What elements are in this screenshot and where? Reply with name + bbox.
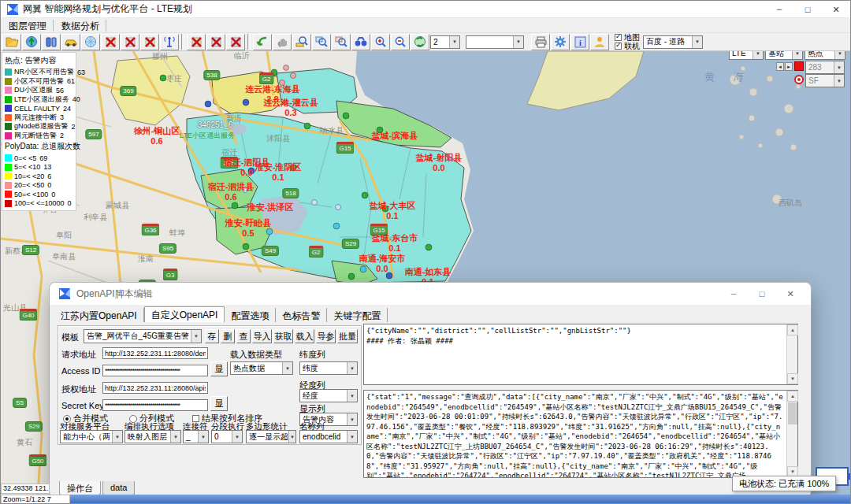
map-alarm-label[interactable]: 淮安-淮阴区0.1 (255, 162, 302, 183)
settings-gear-icon[interactable] (551, 34, 570, 50)
clear-layer-2-icon[interactable] (121, 34, 139, 50)
find-binoculars-icon[interactable] (351, 34, 370, 50)
secret-key-input[interactable] (102, 399, 208, 411)
dialog-close-icon[interactable] (776, 283, 805, 305)
delete-button[interactable]: 删 (221, 329, 235, 343)
export-params-button[interactable]: 导参 (316, 329, 336, 343)
refresh-map-icon[interactable] (411, 34, 429, 50)
show-access-button[interactable]: 显 (210, 361, 228, 376)
record-icon[interactable] (794, 75, 804, 84)
clear-layer-1-icon[interactable] (101, 34, 120, 50)
zoom-in-icon[interactable] (371, 34, 390, 50)
fetch-button[interactable]: 获取 (273, 329, 293, 343)
clear-layer-4-icon[interactable] (187, 34, 206, 50)
orchestrate-combo[interactable]: 映射入图层 (124, 430, 181, 443)
nav-left-icon[interactable]: ◄ (776, 62, 784, 71)
template-combo[interactable]: 告警_网优平台_45G重要告警 (84, 329, 202, 343)
segment-combo[interactable]: 0 (211, 430, 243, 443)
clear-layer-6-icon[interactable] (226, 34, 245, 50)
scroll-up-icon[interactable] (787, 391, 798, 402)
access-id-input[interactable] (102, 365, 208, 376)
map-alarm-label[interactable]: 盐城-滨海县 (372, 131, 418, 141)
close-icon[interactable] (822, 1, 850, 18)
tab-color-alarm[interactable]: 色标告警 (276, 308, 327, 322)
sf-combo[interactable]: SF (805, 74, 845, 87)
map-alarm-label[interactable]: 盐城-东台市0.1 (372, 233, 418, 254)
tab-keyword-config[interactable]: 关键字配置 (327, 308, 388, 322)
clear-layer-3-icon[interactable] (140, 34, 159, 50)
alarm-value: 0.1 (255, 172, 302, 183)
info-icon[interactable]: i (570, 34, 589, 50)
request-url-input[interactable] (102, 347, 208, 359)
map-alarm-label[interactable]: 淮安-盱眙县0.5 (225, 218, 272, 239)
color-swatch[interactable] (794, 61, 804, 71)
scale-combo[interactable]: 2 (430, 35, 460, 49)
lat-col-combo[interactable]: 纬度 (299, 361, 358, 375)
map-alarm-label[interactable]: 宿迁-泗洪县0.6 (208, 182, 255, 202)
menu-data-analysis[interactable]: 数据分析 (55, 20, 106, 32)
zoom-window-icon[interactable] (312, 34, 331, 50)
map-alarm-label[interactable]: 连云港-灌云县0.3 (263, 98, 318, 118)
antenna-icon[interactable] (160, 34, 179, 50)
result-scrollbar[interactable] (786, 391, 797, 477)
tab-jiangsu-openapi[interactable]: 江苏内置OpenAPI (54, 308, 144, 322)
online-checkbox-row[interactable]: 联机 (615, 42, 640, 50)
connector-combo[interactable]: _ (183, 430, 209, 443)
grid-layer-icon[interactable] (81, 34, 100, 50)
globe-import-icon[interactable] (22, 34, 41, 50)
menu-layer-manage[interactable]: 图层管理 (2, 20, 54, 32)
access-id-label: Access ID (61, 366, 101, 376)
tab-data[interactable]: data (102, 481, 135, 495)
dialog-title-bar[interactable]: OpenAPI脚本编辑 (50, 283, 811, 305)
pan-hand-icon[interactable] (273, 34, 292, 50)
devices-icon[interactable] (42, 34, 61, 50)
tab-custom-openapi[interactable]: 自定义OpenAPI (144, 306, 225, 322)
nav-right-icon[interactable]: ► (785, 62, 793, 71)
legend-panel: 热点: 告警内容 NR小区不可用告警63 小区不可用告警61 DU小区退服56 … (2, 53, 76, 210)
map-alarm-label[interactable]: 南通-海安市0.0 (359, 254, 406, 274)
drive-test-car-icon[interactable] (61, 34, 80, 50)
lng-col-combo[interactable]: 经度 (299, 389, 358, 402)
online-checkbox[interactable] (615, 43, 622, 50)
scroll-up-icon[interactable] (787, 324, 798, 335)
zoom-window-out-icon[interactable] (332, 34, 351, 50)
map-alarm-label[interactable]: 盐城-大丰区0.1 (370, 201, 416, 221)
batch-button[interactable]: 批量 (337, 329, 358, 343)
basemap-source-combo[interactable]: 百度 - 道路 (643, 35, 703, 49)
undo-arrow-icon[interactable] (253, 34, 272, 50)
map-alarm-label[interactable]: 徐州-铜山区0.6 (134, 126, 180, 146)
scroll-thumb[interactable] (788, 402, 797, 424)
tab-console[interactable]: 操作台 (59, 481, 101, 495)
map-alarm-label[interactable]: 盐城-射阳县0.0 (416, 153, 463, 173)
polygon-stat-combo[interactable]: 逐一显示超 (246, 430, 296, 443)
minimize-icon[interactable] (765, 1, 793, 18)
zoom-out-icon[interactable] (391, 34, 410, 50)
maximize-icon[interactable] (793, 1, 822, 18)
tab-config-options[interactable]: 配置选项 (225, 308, 276, 322)
platform-combo[interactable]: 能力中心（两 (60, 430, 123, 443)
scroll-down-icon[interactable] (787, 373, 798, 384)
map-checkbox[interactable] (615, 34, 622, 41)
map-alarm-label[interactable]: 淮安-洪泽区 (247, 202, 294, 213)
alarm-value: 0.0 (416, 163, 463, 173)
print-icon[interactable] (531, 34, 550, 50)
measure-zoom-icon[interactable] (292, 34, 311, 50)
datatype-combo[interactable]: 热点数据 (230, 361, 293, 375)
clear-layer-5-icon[interactable] (206, 34, 225, 50)
load-button[interactable]: 载入 (295, 329, 314, 343)
dialog-maximize-icon[interactable] (748, 283, 776, 305)
layer-select-combo[interactable] (466, 35, 524, 49)
dialog-minimize-icon[interactable] (719, 283, 748, 305)
script-editor[interactable]: {"cityName":"","district":"","cellListSt… (364, 324, 786, 384)
user-icon[interactable] (590, 34, 609, 50)
script-scrollbar[interactable] (786, 324, 797, 384)
show-secret-button[interactable]: 显 (210, 396, 228, 411)
query-button[interactable]: 查 (236, 329, 251, 343)
open-file-icon[interactable] (2, 34, 21, 50)
import-button[interactable]: 导入 (252, 329, 272, 343)
name-col-combo[interactable]: enodbcelid (299, 430, 358, 443)
result-output[interactable]: {"stat":"1","message":"查询成功","data":[{"c… (364, 391, 786, 477)
save-button[interactable]: 存 (205, 329, 219, 343)
auth-url-input[interactable] (102, 382, 208, 394)
count-combo[interactable]: 283 (805, 61, 845, 74)
